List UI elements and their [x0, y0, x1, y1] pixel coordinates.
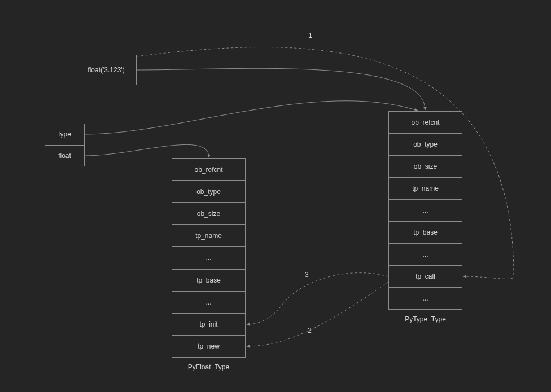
pyfloat-type-struct: ob_refcntob_typeob_sizetp_name...tp_base…: [172, 158, 246, 358]
pytype-field-tp-name: tp_name: [389, 178, 462, 200]
pyfloat-caption: PyFloat_Type: [172, 363, 246, 371]
diagram-canvas: float('3.123') type float ob_refcntob_ty…: [0, 0, 551, 392]
pyfloat-field-ellipsis: ...: [172, 247, 245, 269]
pytype-field-text: tp_call: [416, 272, 435, 280]
expr-box: float('3.123'): [76, 55, 137, 85]
pyfloat-field-text: tp_new: [198, 342, 220, 350]
pytype-field-ellipsis: ...: [389, 244, 462, 266]
pyfloat-field-ob-type: ob_type: [172, 181, 245, 203]
pyfloat-field-ellipsis: ...: [172, 292, 245, 314]
pytype-field-text: tp_base: [413, 228, 438, 236]
pytype-field-ellipsis: ...: [389, 288, 462, 309]
pair-float-text: float: [58, 152, 71, 160]
pyfloat-field-tp-init: tp_init: [172, 314, 245, 336]
pyfloat-field-text: ...: [205, 254, 211, 262]
pyfloat-field-text: ob_refcnt: [194, 166, 222, 174]
pyfloat-caption-text: PyFloat_Type: [188, 363, 229, 371]
pyfloat-field-tp-new: tp_new: [172, 336, 245, 357]
pytype-field-text: ...: [422, 294, 428, 302]
pyfloat-field-text: tp_base: [196, 276, 221, 284]
pair-float-cell: float: [45, 146, 84, 166]
edge-label-3: 3: [305, 271, 309, 279]
pytype-field-ob-size: ob_size: [389, 156, 462, 178]
arrow-expr-to-pytype: [137, 68, 425, 110]
pytype-field-text: ...: [422, 206, 428, 214]
pytype-field-text: ob_type: [413, 140, 438, 148]
pair-type-cell: type: [45, 124, 84, 146]
pyfloat-field-text: ob_type: [196, 188, 221, 196]
pytype-caption-text: PyType_Type: [405, 315, 446, 323]
pyfloat-field-text: ...: [205, 298, 211, 306]
pyfloat-field-tp-base: tp_base: [172, 270, 245, 292]
edge-label-2: 2: [308, 327, 312, 334]
arrow-type-to-pytype: [85, 101, 418, 134]
pytype-field-ob-type: ob_type: [389, 134, 462, 156]
pytype-field-text: tp_name: [412, 184, 439, 192]
pytype-field-ob-refcnt: ob_refcnt: [389, 112, 462, 134]
pyfloat-field-ob-size: ob_size: [172, 203, 245, 225]
pair-type-text: type: [58, 130, 71, 138]
pyfloat-field-tp-name: tp_name: [172, 225, 245, 247]
pyfloat-field-text: tp_init: [199, 320, 217, 328]
pytype-field-text: ...: [422, 250, 428, 258]
pytype-type-struct: ob_refcntob_typeob_sizetp_name...tp_base…: [388, 111, 462, 310]
pytype-field-tp-call: tp_call: [389, 266, 462, 288]
arrow-2-tpcall-to-tpnew: [247, 282, 388, 346]
pytype-field-tp-base: tp_base: [389, 222, 462, 244]
pytype-field-text: ob_refcnt: [411, 118, 439, 126]
expr-text: float('3.123'): [88, 66, 124, 74]
pyfloat-field-ob-refcnt: ob_refcnt: [172, 159, 245, 181]
pytype-field-text: ob_size: [414, 162, 437, 170]
pyfloat-field-text: ob_size: [197, 210, 220, 218]
type-float-pair: type float: [45, 124, 85, 166]
edge-label-1: 1: [308, 32, 312, 39]
pytype-field-ellipsis: ...: [389, 200, 462, 222]
arrow-float-to-pyfloat: [85, 144, 209, 157]
pytype-caption: PyType_Type: [388, 315, 462, 323]
pyfloat-field-text: tp_name: [195, 232, 222, 240]
arrow-3-tpcall-to-tpinit: [247, 273, 388, 324]
